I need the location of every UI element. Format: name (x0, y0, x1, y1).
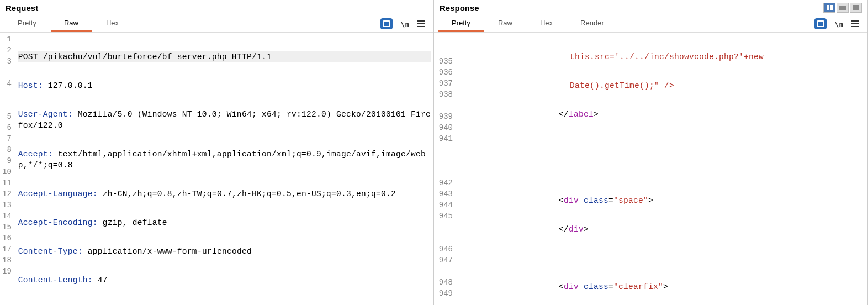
request-tabs-row: Pretty Raw Hex \n (0, 15, 433, 33)
request-tab-icons: \n (380, 18, 429, 29)
request-line: POST /pikachu/vul/burteforce/bf_server.p… (18, 52, 272, 61)
actions-icon[interactable] (814, 18, 827, 29)
response-tabs-row: Pretty Raw Hex Render \n (434, 15, 867, 33)
request-editor[interactable]: 1 2 3 4 5 6 7 8 9 10 11 12 13 14 15 16 1… (0, 33, 433, 305)
hamburger-icon[interactable] (851, 20, 859, 27)
layout-single-button[interactable] (850, 3, 862, 13)
newline-icon[interactable]: \n (834, 20, 843, 28)
response-tab-icons: \n (814, 18, 863, 29)
request-code[interactable]: POST /pikachu/vul/burteforce/bf_server.p… (16, 33, 433, 305)
tab-raw[interactable]: Raw (485, 15, 526, 32)
response-title: Response (440, 3, 479, 13)
tab-render[interactable]: Render (567, 15, 617, 32)
tab-hex[interactable]: Hex (93, 15, 132, 32)
request-title: Request (6, 3, 38, 13)
response-editor[interactable]: 935 936 937 938 939 940 941 942 943 944 … (434, 33, 867, 305)
response-tabs: Pretty Raw Hex Render (438, 15, 617, 32)
newline-icon[interactable]: \n (400, 20, 409, 28)
response-header: Response (434, 0, 867, 15)
response-panel: Response Pretty Raw Hex Render \n 935 93 (434, 0, 868, 305)
request-panel: Request Pretty Raw Hex \n 1 2 3 4 5 6 7 … (0, 0, 434, 305)
tab-pretty[interactable]: Pretty (4, 15, 50, 32)
response-code[interactable]: this.src='../../inc/showvcode.php?'+new … (457, 33, 867, 305)
layout-split-button[interactable] (823, 3, 835, 13)
tab-hex[interactable]: Hex (527, 15, 566, 32)
layout-buttons (823, 3, 862, 13)
request-gutter: 1 2 3 4 5 6 7 8 9 10 11 12 13 14 15 16 1… (0, 33, 16, 305)
tab-pretty[interactable]: Pretty (438, 15, 484, 32)
tab-raw[interactable]: Raw (51, 15, 92, 32)
layout-stack-button[interactable] (837, 3, 849, 13)
actions-icon[interactable] (380, 18, 393, 29)
hamburger-icon[interactable] (417, 20, 425, 27)
request-header: Request (0, 0, 433, 15)
response-gutter: 935 936 937 938 939 940 941 942 943 944 … (434, 33, 457, 305)
request-tabs: Pretty Raw Hex (4, 15, 132, 32)
